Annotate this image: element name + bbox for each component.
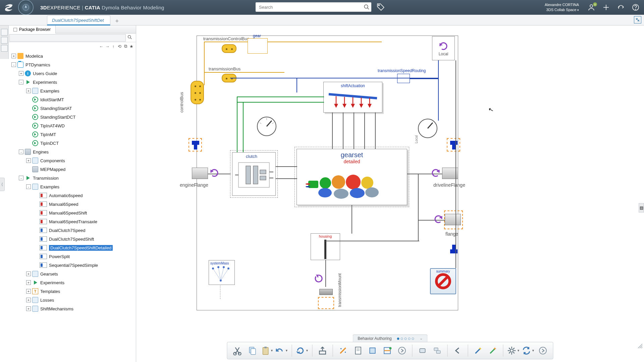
tree-twisty[interactable]: +: [26, 272, 31, 276]
ab-refresh-button[interactable]: ▼: [296, 344, 309, 357]
vt-button-2[interactable]: [1, 37, 8, 44]
tree-twisty[interactable]: -: [19, 149, 23, 154]
pager-dot[interactable]: [408, 338, 411, 340]
ab-magic-button[interactable]: [336, 344, 350, 357]
tree-node[interactable]: +Examples: [9, 86, 136, 95]
tree-twisty[interactable]: +: [26, 298, 31, 302]
tree-node[interactable]: +Gearsets: [9, 269, 136, 278]
ab-merge-button[interactable]: [381, 344, 394, 357]
tree-node[interactable]: Manual6SpeedShift: [9, 208, 136, 217]
tree-twisty[interactable]: +: [19, 71, 23, 76]
transmissionmount-frame[interactable]: [318, 297, 334, 309]
tree-twisty[interactable]: +: [26, 289, 31, 294]
ab-back-button[interactable]: [451, 344, 465, 357]
tree-node[interactable]: +Components: [9, 156, 136, 165]
transmissionmount-block[interactable]: [319, 289, 333, 295]
actionbar-tab[interactable]: Behavior Authoring ⌄: [353, 335, 427, 342]
speedrouting-block[interactable]: [397, 74, 410, 83]
ab-wand2-button[interactable]: [486, 344, 500, 357]
ab-next1-button[interactable]: [395, 344, 409, 357]
tree-twisty[interactable]: +: [26, 280, 31, 285]
tree-twisty[interactable]: +: [26, 158, 31, 163]
summary-block[interactable]: summary: [430, 268, 456, 294]
ab-copy-button[interactable]: [246, 344, 259, 357]
pager-dot[interactable]: [412, 338, 414, 340]
tree-node[interactable]: StandingStartDCT: [9, 113, 136, 121]
active-document-tab[interactable]: DualClutch7SpeedShiftDet: [47, 15, 110, 25]
package-tree[interactable]: +Modelica-PTDynamics+iUsers Guide-Experi…: [9, 50, 136, 362]
ab-gear-button[interactable]: ▼: [507, 344, 520, 357]
systemmass-block[interactable]: systemMass: [209, 260, 235, 285]
search-input[interactable]: [256, 5, 362, 10]
search-icon[interactable]: [362, 2, 371, 12]
bus-connector-1[interactable]: [222, 44, 236, 53]
ab-cut-button[interactable]: [231, 344, 244, 357]
ab-wand1-button[interactable]: [472, 344, 485, 357]
gauge-left[interactable]: [256, 116, 277, 137]
tree-twisty[interactable]: -: [19, 80, 23, 84]
share-icon[interactable]: [616, 3, 625, 12]
controlbus-connector[interactable]: [191, 81, 204, 104]
pager-dot[interactable]: [405, 338, 407, 340]
package-browser-tab[interactable]: Package Browser: [9, 25, 56, 34]
ab-export-button[interactable]: [316, 344, 329, 357]
tree-node[interactable]: +Experiments: [9, 278, 136, 287]
ab-paste-button[interactable]: ▼: [260, 344, 274, 357]
diagram-canvas[interactable]: controlBus transmissionControlBus transm…: [136, 25, 644, 362]
ab-undo-button[interactable]: ▼: [275, 344, 288, 357]
resize-grip-icon[interactable]: [637, 343, 643, 349]
ab-page-button[interactable]: [351, 344, 365, 357]
tree-twisty[interactable]: +: [26, 306, 31, 311]
tree-node[interactable]: MEPMapped: [9, 165, 136, 174]
tree-node[interactable]: TipInDCT: [9, 139, 136, 147]
pager-dot[interactable]: [401, 338, 403, 340]
tree-twisty[interactable]: +: [26, 88, 31, 93]
tree-node[interactable]: TipInMT: [9, 130, 136, 139]
compass-icon[interactable]: [18, 0, 34, 15]
tree-twisty[interactable]: +: [11, 54, 16, 58]
help-icon[interactable]: [631, 3, 640, 12]
housing-block[interactable]: housing: [311, 233, 340, 260]
shiftactuation-block[interactable]: shiftActuation: [323, 82, 382, 113]
tree-node[interactable]: PowerSplit: [9, 252, 136, 261]
tree-node[interactable]: +iUsers Guide: [9, 69, 136, 78]
ab-next2-button[interactable]: [536, 344, 550, 357]
tree-node[interactable]: Manual6SpeedTransaxle: [9, 217, 136, 226]
tree-node[interactable]: DualClutch7Speed: [9, 226, 136, 235]
tree-node[interactable]: -Engines: [9, 147, 136, 156]
tree-twisty[interactable]: -: [19, 176, 23, 180]
tree-node[interactable]: -Examples: [9, 182, 136, 191]
tree-node[interactable]: -PTDynamics: [9, 60, 136, 69]
tree-node[interactable]: +ShiftMechanisms: [9, 304, 136, 313]
user-avatar-icon[interactable]: 0: [587, 3, 596, 12]
pkg-nav-button[interactable]: ⧉: [123, 44, 128, 49]
package-search-icon[interactable]: [127, 35, 134, 41]
gauge-right[interactable]: [417, 118, 438, 139]
flange-block[interactable]: [445, 214, 461, 225]
tree-node[interactable]: DualClutch7SpeedShift: [9, 235, 136, 243]
tree-node[interactable]: Manual6Speed: [9, 200, 136, 208]
collapse-right-handle[interactable]: ▤: [639, 203, 644, 213]
tree-node[interactable]: TipInAT4WD: [9, 121, 136, 130]
tree-node[interactable]: DualClutch7SpeedShiftDetailed: [9, 243, 136, 252]
pager-dot[interactable]: [397, 338, 399, 340]
pkg-nav-button[interactable]: ⟲: [117, 44, 122, 49]
tree-node[interactable]: StandingStartAT: [9, 104, 136, 113]
ab-box-button[interactable]: [366, 344, 379, 357]
collapse-left-handle[interactable]: ⟨: [0, 178, 5, 191]
pkg-nav-button[interactable]: ↑: [111, 44, 116, 49]
tree-node[interactable]: Sequential7SpeedSimple: [9, 261, 136, 269]
package-filter-input[interactable]: [9, 34, 126, 42]
minimize-panel-icon[interactable]: [634, 16, 641, 23]
ab-sync-button[interactable]: ▼: [522, 344, 535, 357]
pkg-nav-button[interactable]: ★: [129, 44, 134, 49]
tree-node[interactable]: +Losses: [9, 296, 136, 304]
tree-twisty[interactable]: -: [11, 62, 16, 67]
user-info[interactable]: Alexandre CORTINA 3DS Collab Space: [545, 2, 579, 13]
tree-twisty[interactable]: -: [26, 184, 31, 189]
tree-node[interactable]: Automatic6speed: [9, 191, 136, 200]
gear-block[interactable]: [248, 38, 268, 54]
engineflange-block[interactable]: [192, 168, 208, 179]
global-search[interactable]: [256, 2, 371, 12]
local-block[interactable]: Local: [432, 36, 455, 60]
